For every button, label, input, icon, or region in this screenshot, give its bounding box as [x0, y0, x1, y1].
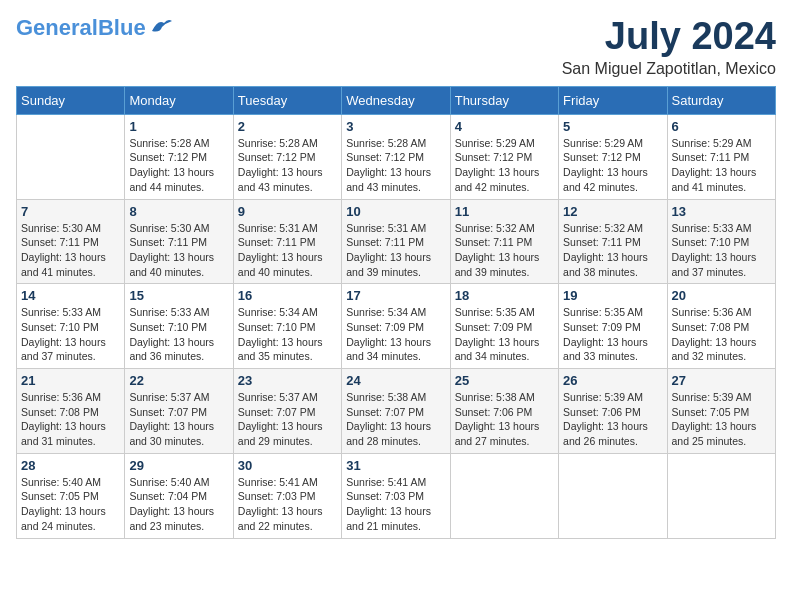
calendar-cell [559, 453, 667, 538]
calendar-cell: 18Sunrise: 5:35 AM Sunset: 7:09 PM Dayli… [450, 284, 558, 369]
day-number: 26 [563, 373, 662, 388]
day-info: Sunrise: 5:40 AM Sunset: 7:05 PM Dayligh… [21, 475, 120, 534]
day-number: 6 [672, 119, 771, 134]
calendar-cell: 4Sunrise: 5:29 AM Sunset: 7:12 PM Daylig… [450, 114, 558, 199]
day-info: Sunrise: 5:28 AM Sunset: 7:12 PM Dayligh… [238, 136, 337, 195]
day-number: 3 [346, 119, 445, 134]
calendar-header: SundayMondayTuesdayWednesdayThursdayFrid… [17, 86, 776, 114]
day-number: 2 [238, 119, 337, 134]
day-number: 14 [21, 288, 120, 303]
calendar-cell: 24Sunrise: 5:38 AM Sunset: 7:07 PM Dayli… [342, 369, 450, 454]
day-number: 22 [129, 373, 228, 388]
day-info: Sunrise: 5:35 AM Sunset: 7:09 PM Dayligh… [455, 305, 554, 364]
day-info: Sunrise: 5:35 AM Sunset: 7:09 PM Dayligh… [563, 305, 662, 364]
calendar-cell: 6Sunrise: 5:29 AM Sunset: 7:11 PM Daylig… [667, 114, 775, 199]
day-info: Sunrise: 5:36 AM Sunset: 7:08 PM Dayligh… [21, 390, 120, 449]
day-number: 20 [672, 288, 771, 303]
header-cell-tuesday: Tuesday [233, 86, 341, 114]
day-info: Sunrise: 5:30 AM Sunset: 7:11 PM Dayligh… [129, 221, 228, 280]
day-info: Sunrise: 5:41 AM Sunset: 7:03 PM Dayligh… [346, 475, 445, 534]
calendar-cell: 15Sunrise: 5:33 AM Sunset: 7:10 PM Dayli… [125, 284, 233, 369]
day-number: 24 [346, 373, 445, 388]
calendar-cell: 9Sunrise: 5:31 AM Sunset: 7:11 PM Daylig… [233, 199, 341, 284]
calendar-cell: 10Sunrise: 5:31 AM Sunset: 7:11 PM Dayli… [342, 199, 450, 284]
day-number: 12 [563, 204, 662, 219]
day-number: 17 [346, 288, 445, 303]
header-cell-thursday: Thursday [450, 86, 558, 114]
day-info: Sunrise: 5:33 AM Sunset: 7:10 PM Dayligh… [21, 305, 120, 364]
header-cell-saturday: Saturday [667, 86, 775, 114]
calendar-cell [17, 114, 125, 199]
calendar-cell: 5Sunrise: 5:29 AM Sunset: 7:12 PM Daylig… [559, 114, 667, 199]
day-info: Sunrise: 5:29 AM Sunset: 7:11 PM Dayligh… [672, 136, 771, 195]
calendar-cell: 11Sunrise: 5:32 AM Sunset: 7:11 PM Dayli… [450, 199, 558, 284]
day-info: Sunrise: 5:28 AM Sunset: 7:12 PM Dayligh… [346, 136, 445, 195]
day-info: Sunrise: 5:39 AM Sunset: 7:06 PM Dayligh… [563, 390, 662, 449]
calendar-cell: 26Sunrise: 5:39 AM Sunset: 7:06 PM Dayli… [559, 369, 667, 454]
day-info: Sunrise: 5:38 AM Sunset: 7:06 PM Dayligh… [455, 390, 554, 449]
calendar-cell [667, 453, 775, 538]
calendar-cell: 22Sunrise: 5:37 AM Sunset: 7:07 PM Dayli… [125, 369, 233, 454]
day-info: Sunrise: 5:32 AM Sunset: 7:11 PM Dayligh… [563, 221, 662, 280]
day-info: Sunrise: 5:38 AM Sunset: 7:07 PM Dayligh… [346, 390, 445, 449]
calendar-cell: 23Sunrise: 5:37 AM Sunset: 7:07 PM Dayli… [233, 369, 341, 454]
calendar-cell: 30Sunrise: 5:41 AM Sunset: 7:03 PM Dayli… [233, 453, 341, 538]
calendar-week-5: 28Sunrise: 5:40 AM Sunset: 7:05 PM Dayli… [17, 453, 776, 538]
calendar-week-4: 21Sunrise: 5:36 AM Sunset: 7:08 PM Dayli… [17, 369, 776, 454]
day-number: 30 [238, 458, 337, 473]
day-info: Sunrise: 5:39 AM Sunset: 7:05 PM Dayligh… [672, 390, 771, 449]
day-info: Sunrise: 5:41 AM Sunset: 7:03 PM Dayligh… [238, 475, 337, 534]
calendar-cell: 14Sunrise: 5:33 AM Sunset: 7:10 PM Dayli… [17, 284, 125, 369]
calendar-cell [450, 453, 558, 538]
calendar-cell: 19Sunrise: 5:35 AM Sunset: 7:09 PM Dayli… [559, 284, 667, 369]
day-info: Sunrise: 5:32 AM Sunset: 7:11 PM Dayligh… [455, 221, 554, 280]
logo-text-general: GeneralBlue [16, 16, 146, 40]
main-title: July 2024 [562, 16, 776, 58]
logo-bird-icon [150, 17, 172, 35]
day-info: Sunrise: 5:37 AM Sunset: 7:07 PM Dayligh… [129, 390, 228, 449]
calendar-cell: 21Sunrise: 5:36 AM Sunset: 7:08 PM Dayli… [17, 369, 125, 454]
calendar-cell: 16Sunrise: 5:34 AM Sunset: 7:10 PM Dayli… [233, 284, 341, 369]
logo-blue: Blue [98, 15, 146, 40]
day-info: Sunrise: 5:37 AM Sunset: 7:07 PM Dayligh… [238, 390, 337, 449]
day-number: 11 [455, 204, 554, 219]
calendar-cell: 25Sunrise: 5:38 AM Sunset: 7:06 PM Dayli… [450, 369, 558, 454]
day-number: 27 [672, 373, 771, 388]
day-info: Sunrise: 5:31 AM Sunset: 7:11 PM Dayligh… [238, 221, 337, 280]
header-cell-friday: Friday [559, 86, 667, 114]
day-number: 28 [21, 458, 120, 473]
day-info: Sunrise: 5:33 AM Sunset: 7:10 PM Dayligh… [672, 221, 771, 280]
day-number: 21 [21, 373, 120, 388]
day-number: 25 [455, 373, 554, 388]
day-info: Sunrise: 5:29 AM Sunset: 7:12 PM Dayligh… [455, 136, 554, 195]
calendar-cell: 13Sunrise: 5:33 AM Sunset: 7:10 PM Dayli… [667, 199, 775, 284]
day-number: 18 [455, 288, 554, 303]
logo-general: General [16, 15, 98, 40]
calendar-cell: 28Sunrise: 5:40 AM Sunset: 7:05 PM Dayli… [17, 453, 125, 538]
calendar-cell: 8Sunrise: 5:30 AM Sunset: 7:11 PM Daylig… [125, 199, 233, 284]
day-number: 10 [346, 204, 445, 219]
calendar-week-3: 14Sunrise: 5:33 AM Sunset: 7:10 PM Dayli… [17, 284, 776, 369]
header-cell-wednesday: Wednesday [342, 86, 450, 114]
calendar-week-1: 1Sunrise: 5:28 AM Sunset: 7:12 PM Daylig… [17, 114, 776, 199]
day-info: Sunrise: 5:40 AM Sunset: 7:04 PM Dayligh… [129, 475, 228, 534]
day-info: Sunrise: 5:31 AM Sunset: 7:11 PM Dayligh… [346, 221, 445, 280]
title-block: July 2024 San Miguel Zapotitlan, Mexico [562, 16, 776, 78]
page-header: GeneralBlue July 2024 San Miguel Zapotit… [16, 16, 776, 78]
day-info: Sunrise: 5:30 AM Sunset: 7:11 PM Dayligh… [21, 221, 120, 280]
calendar-cell: 31Sunrise: 5:41 AM Sunset: 7:03 PM Dayli… [342, 453, 450, 538]
day-number: 15 [129, 288, 228, 303]
header-cell-sunday: Sunday [17, 86, 125, 114]
day-number: 1 [129, 119, 228, 134]
day-info: Sunrise: 5:33 AM Sunset: 7:10 PM Dayligh… [129, 305, 228, 364]
calendar-cell: 20Sunrise: 5:36 AM Sunset: 7:08 PM Dayli… [667, 284, 775, 369]
logo: GeneralBlue [16, 16, 172, 40]
calendar-cell: 2Sunrise: 5:28 AM Sunset: 7:12 PM Daylig… [233, 114, 341, 199]
day-number: 5 [563, 119, 662, 134]
day-number: 8 [129, 204, 228, 219]
day-number: 19 [563, 288, 662, 303]
calendar-cell: 7Sunrise: 5:30 AM Sunset: 7:11 PM Daylig… [17, 199, 125, 284]
day-number: 7 [21, 204, 120, 219]
header-row: SundayMondayTuesdayWednesdayThursdayFrid… [17, 86, 776, 114]
day-number: 23 [238, 373, 337, 388]
